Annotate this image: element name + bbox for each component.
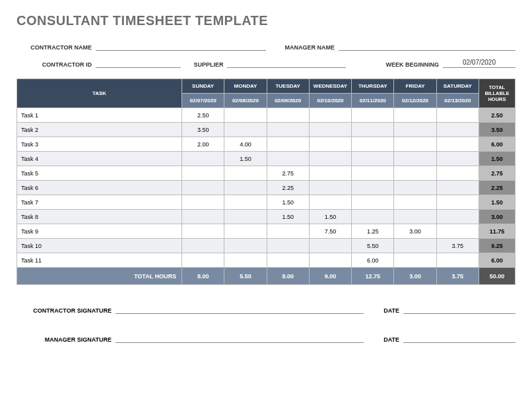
hours-cell[interactable] (224, 108, 267, 123)
hours-cell[interactable] (394, 253, 436, 268)
hours-cell[interactable] (436, 181, 479, 195)
task-cell[interactable]: Task 1 (17, 108, 182, 123)
hours-cell[interactable] (224, 253, 267, 268)
hours-cell[interactable] (224, 181, 267, 195)
hours-cell[interactable] (352, 137, 394, 152)
contractor-name-input[interactable] (96, 42, 266, 51)
hours-cell[interactable] (224, 195, 267, 210)
hours-cell[interactable]: 2.75 (267, 166, 309, 181)
week-beginning-input[interactable]: 02/07/2020 (443, 59, 515, 68)
hours-cell[interactable] (182, 166, 224, 181)
hours-cell[interactable] (267, 108, 309, 123)
hours-cell[interactable]: 3.00 (394, 224, 436, 239)
hours-cell[interactable] (352, 181, 394, 195)
hours-cell[interactable] (352, 123, 394, 137)
hours-cell[interactable] (267, 137, 309, 152)
contractor-id-label: CONTRACTOR ID (17, 61, 96, 68)
hours-cell[interactable] (394, 137, 436, 152)
hours-cell[interactable] (224, 210, 267, 224)
hours-cell[interactable] (436, 137, 479, 152)
task-cell[interactable]: Task 3 (17, 137, 182, 152)
hours-cell[interactable] (224, 239, 267, 253)
hours-cell[interactable]: 7.50 (309, 224, 351, 239)
hours-cell[interactable] (352, 195, 394, 210)
hours-cell[interactable] (309, 181, 351, 195)
hours-cell[interactable]: 1.25 (352, 224, 394, 239)
hours-cell[interactable]: 2.50 (182, 108, 224, 123)
hours-cell[interactable]: 3.50 (182, 123, 224, 137)
hours-cell[interactable] (267, 224, 309, 239)
hours-cell[interactable] (309, 137, 351, 152)
hours-cell[interactable]: 1.50 (267, 195, 309, 210)
hours-cell[interactable]: 1.50 (224, 152, 267, 166)
hours-cell[interactable] (267, 253, 309, 268)
hours-cell[interactable] (394, 210, 436, 224)
task-cell[interactable]: Task 5 (17, 166, 182, 181)
hours-cell[interactable] (436, 123, 479, 137)
task-cell[interactable]: Task 9 (17, 224, 182, 239)
hours-cell[interactable] (309, 239, 351, 253)
task-cell[interactable]: Task 8 (17, 210, 182, 224)
hours-cell[interactable] (267, 239, 309, 253)
hours-cell[interactable] (182, 224, 224, 239)
hours-cell[interactable] (436, 166, 479, 181)
hours-cell[interactable] (394, 195, 436, 210)
task-cell[interactable]: Task 10 (17, 239, 182, 253)
hours-cell[interactable]: 3.75 (436, 239, 479, 253)
hours-cell[interactable] (394, 166, 436, 181)
hours-cell[interactable]: 6.00 (352, 253, 394, 268)
hours-cell[interactable] (182, 253, 224, 268)
hours-cell[interactable] (394, 123, 436, 137)
hours-cell[interactable] (352, 152, 394, 166)
hours-cell[interactable] (436, 224, 479, 239)
hours-cell[interactable] (224, 123, 267, 137)
hours-cell[interactable] (394, 239, 436, 253)
hours-cell[interactable] (394, 181, 436, 195)
hours-cell[interactable] (436, 253, 479, 268)
task-cell[interactable]: Task 6 (17, 181, 182, 195)
day-header: SATURDAY (436, 79, 479, 94)
hours-cell[interactable] (267, 123, 309, 137)
hours-cell[interactable] (309, 195, 351, 210)
hours-cell[interactable] (352, 166, 394, 181)
hours-cell[interactable] (182, 239, 224, 253)
hours-cell[interactable] (182, 152, 224, 166)
contractor-date-input[interactable] (403, 305, 515, 314)
manager-name-input[interactable] (339, 42, 515, 51)
hours-cell[interactable] (309, 123, 351, 137)
hours-cell[interactable] (352, 108, 394, 123)
hours-cell[interactable] (436, 152, 479, 166)
hours-cell[interactable] (352, 210, 394, 224)
manager-date-input[interactable] (403, 334, 515, 343)
hours-cell[interactable]: 4.00 (224, 137, 267, 152)
hours-cell[interactable]: 5.50 (352, 239, 394, 253)
supplier-input[interactable] (227, 59, 345, 68)
hours-cell[interactable] (309, 253, 351, 268)
hours-cell[interactable]: 2.25 (267, 181, 309, 195)
task-cell[interactable]: Task 2 (17, 123, 182, 137)
hours-cell[interactable] (394, 108, 436, 123)
hours-cell[interactable]: 1.50 (309, 210, 351, 224)
hours-cell[interactable] (224, 166, 267, 181)
hours-cell[interactable] (309, 108, 351, 123)
hours-cell[interactable] (182, 210, 224, 224)
hours-cell[interactable] (267, 152, 309, 166)
hours-cell[interactable] (182, 181, 224, 195)
hours-cell[interactable] (182, 195, 224, 210)
task-cell[interactable]: Task 4 (17, 152, 182, 166)
contractor-signature-input[interactable] (116, 305, 364, 314)
page-title: CONSULTANT TIMESHEET TEMPLATE (17, 13, 515, 28)
hours-cell[interactable] (436, 195, 479, 210)
manager-signature-input[interactable] (116, 334, 364, 343)
hours-cell[interactable]: 1.50 (267, 210, 309, 224)
task-cell[interactable]: Task 11 (17, 253, 182, 268)
hours-cell[interactable] (436, 108, 479, 123)
hours-cell[interactable] (224, 224, 267, 239)
hours-cell[interactable] (309, 166, 351, 181)
hours-cell[interactable] (309, 152, 351, 166)
hours-cell[interactable]: 2.00 (182, 137, 224, 152)
contractor-id-input[interactable] (96, 59, 181, 68)
hours-cell[interactable] (436, 210, 479, 224)
hours-cell[interactable] (394, 152, 436, 166)
task-cell[interactable]: Task 7 (17, 195, 182, 210)
